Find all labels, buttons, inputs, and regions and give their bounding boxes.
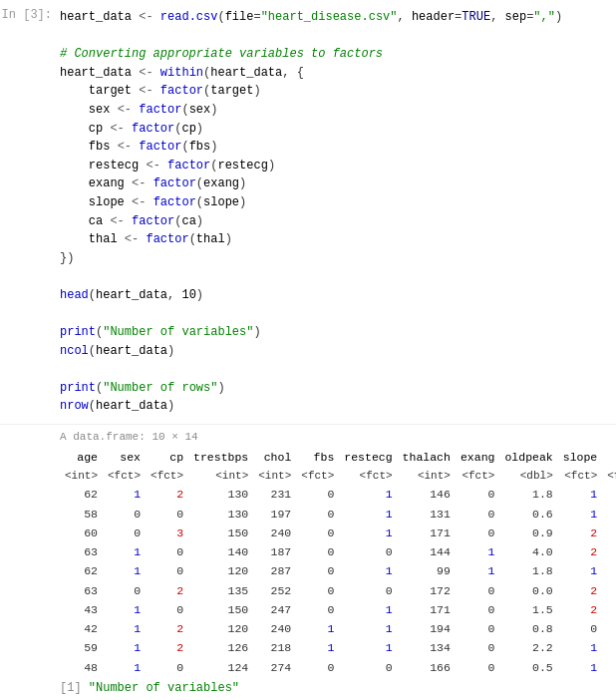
table-cell: 1.8 [499, 561, 557, 580]
table-cell: 150 [188, 600, 253, 619]
table-cell: 0 [103, 524, 146, 542]
table-cell: 2 [146, 485, 188, 504]
table-cell: 144 [398, 542, 456, 561]
col-ca: ca [602, 448, 616, 467]
table-cell: 1 [296, 619, 339, 638]
table-cell: 197 [253, 505, 296, 524]
table-cell: 231 [253, 485, 296, 504]
type-age: <int> [60, 467, 103, 486]
col-sex: sex [103, 448, 146, 467]
table-cell: 2 [602, 561, 616, 580]
table-cell: 1 [456, 561, 500, 580]
table-cell: 1 [339, 638, 397, 657]
table-cell: 172 [398, 581, 456, 600]
col-cp: cp [146, 448, 188, 467]
table-cell: 247 [253, 600, 296, 619]
table-row: 59121262181113402.21110 [60, 638, 616, 657]
code-lines: heart_data <- read.csv(file="heart_disea… [60, 8, 616, 416]
cell-code: heart_data <- read.csv(file="heart_disea… [60, 6, 616, 418]
column-headers: age sex cp trestbps chol fbs restecg tha… [60, 448, 616, 467]
table-cell: 1 [103, 619, 146, 638]
type-fbs: <fct> [296, 467, 339, 486]
table-row: 60031502400117100.92021 [60, 524, 616, 542]
table-cell: 274 [253, 658, 296, 677]
table-cell: 1 [558, 505, 603, 524]
table-cell: 0 [339, 658, 397, 677]
type-row: <int> <fct> <fct> <int> <int> <fct> <fct… [60, 467, 616, 486]
df-label: A data.frame: 10 × 14 [60, 429, 616, 446]
table-cell: 1.8 [499, 485, 557, 504]
table-cell: 0 [296, 485, 339, 504]
table-cell: 0 [456, 581, 500, 600]
table-cell: 2 [558, 600, 603, 619]
table-body: 62121302310114601.8133158001301970113100… [60, 485, 616, 677]
table-cell: 0.0 [499, 581, 557, 600]
type-trestbps: <int> [188, 467, 253, 486]
table-cell: 1 [103, 485, 146, 504]
table-cell: 0 [296, 561, 339, 580]
table-cell: 120 [188, 619, 253, 638]
table-cell: 0 [146, 542, 188, 561]
table-cell: 0 [296, 658, 339, 677]
table-cell: 0 [456, 485, 500, 504]
table-cell: 150 [188, 524, 253, 542]
table-cell: 0 [296, 505, 339, 524]
table-cell: 2 [558, 542, 603, 561]
table-cell: 0 [296, 542, 339, 561]
table-cell: 3 [602, 485, 616, 504]
table-cell: 1 [339, 600, 397, 619]
table-cell: 62 [60, 561, 103, 580]
col-trestbps: trestbps [188, 448, 253, 467]
table-cell: 0 [456, 619, 500, 638]
table-cell: 1 [339, 561, 397, 580]
table-cell: 1 [103, 561, 146, 580]
col-thalach: thalach [398, 448, 456, 467]
table-cell: 120 [188, 561, 253, 580]
table-cell: 124 [188, 658, 253, 677]
table-cell: 0 [602, 505, 616, 524]
table-cell: 1 [339, 505, 397, 524]
table-cell: 140 [188, 542, 253, 561]
col-slope: slope [558, 448, 603, 467]
table-cell: 135 [188, 581, 253, 600]
table-cell: 58 [60, 505, 103, 524]
table-cell: 63 [60, 581, 103, 600]
table-cell: 0 [296, 581, 339, 600]
table-row: 42121202401119400.80031 [60, 619, 616, 638]
type-exang: <fct> [456, 467, 500, 486]
col-age: age [60, 448, 103, 467]
table-cell: 2 [602, 542, 616, 561]
table-cell: 146 [398, 485, 456, 504]
table-cell: 0 [146, 658, 188, 677]
table-cell: 187 [253, 542, 296, 561]
table-cell: 0 [103, 581, 146, 600]
table-cell: 42 [60, 619, 103, 638]
table-cell: 0 [456, 524, 500, 542]
table-cell: 2 [146, 638, 188, 657]
table-cell: 1 [602, 638, 616, 657]
table-cell: 0 [602, 658, 616, 677]
col-exang: exang [456, 448, 500, 467]
table-cell: 240 [253, 524, 296, 542]
table-cell: 0 [602, 524, 616, 542]
table-cell: 63 [60, 542, 103, 561]
table-cell: 134 [398, 638, 456, 657]
table-cell: 2 [558, 524, 603, 542]
table-cell: 4.0 [499, 542, 557, 561]
table-row: 63021352520017200.02021 [60, 581, 616, 600]
table-cell: 0 [296, 524, 339, 542]
type-sex: <fct> [103, 467, 146, 486]
table-cell: 60 [60, 524, 103, 542]
table-cell: 1 [103, 600, 146, 619]
table-cell: 0 [339, 581, 397, 600]
table-cell: 2 [146, 619, 188, 638]
table-cell: 1 [103, 542, 146, 561]
type-restecg: <fct> [339, 467, 397, 486]
type-slope: <fct> [558, 467, 603, 486]
table-cell: 0 [602, 581, 616, 600]
table-cell: 0 [339, 542, 397, 561]
table-cell: 1 [296, 638, 339, 657]
print-vars-output: [1] "Number of variables" 14 [60, 677, 616, 700]
table-cell: 59 [60, 638, 103, 657]
table-cell: 0.9 [499, 524, 557, 542]
